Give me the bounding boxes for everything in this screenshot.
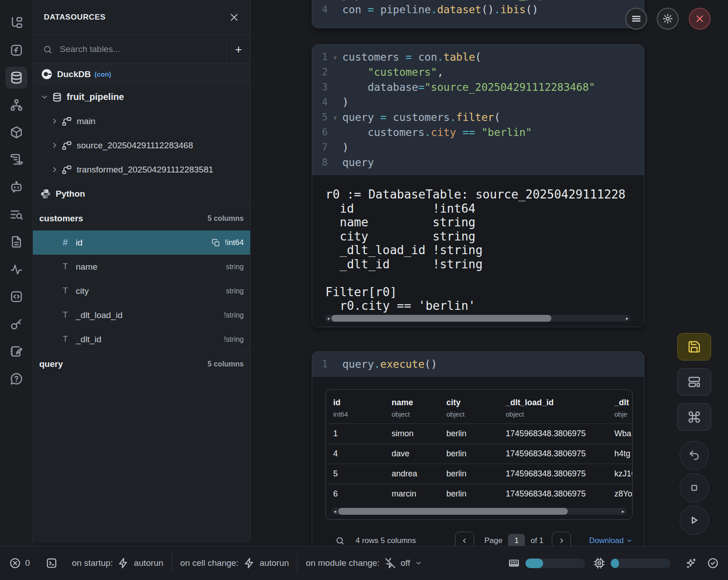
terminal-icon[interactable] xyxy=(46,557,58,569)
duckdb-logo-icon xyxy=(41,68,52,80)
code-line[interactable]: 4) xyxy=(312,94,644,110)
row-column-summary: 4 rows 5 columns xyxy=(356,536,416,545)
scroll-left-arrow[interactable]: ◂ xyxy=(332,508,338,515)
column-header[interactable]: _dltobje xyxy=(607,398,632,418)
column-header[interactable]: idint64 xyxy=(326,398,384,418)
undo-button[interactable] xyxy=(680,441,709,470)
column-row-name[interactable]: Tnamestring xyxy=(33,255,250,279)
function-square-icon[interactable] xyxy=(5,39,27,61)
scrollbar-thumb[interactable] xyxy=(331,315,551,322)
on-cell-change-toggle[interactable]: on cell change: autorun xyxy=(180,557,289,569)
database-small-icon xyxy=(52,92,62,102)
connection-duckdb[interactable]: DuckDB (con) xyxy=(33,64,250,85)
code-line[interactable]: 6 customers.city == "berlin" xyxy=(312,125,644,140)
help-circle-icon[interactable] xyxy=(5,368,27,390)
text-type-icon: T xyxy=(60,286,70,296)
key-icon[interactable] xyxy=(5,313,27,335)
python-logo-icon xyxy=(40,188,51,199)
file-tree-icon[interactable] xyxy=(5,12,27,34)
column-row-id[interactable]: #id!int64 xyxy=(33,230,250,255)
code-editor[interactable]: 1∨customers = con.table(2 "customers",3 … xyxy=(312,45,644,175)
tree-schema-transformed[interactable]: transformed_202504291112283581 xyxy=(33,157,250,182)
tree-schema-main[interactable]: main xyxy=(33,109,250,133)
bot-icon[interactable] xyxy=(5,176,27,198)
activity-rail xyxy=(0,0,33,546)
code-line[interactable]: 3 database="source_202504291112283468" xyxy=(312,79,644,94)
tree-schema-source[interactable]: source_202504291112283468 xyxy=(33,133,250,157)
scroll-left-arrow[interactable]: ◂ xyxy=(325,315,331,322)
code-line[interactable]: 8query xyxy=(312,155,644,170)
code-cell-2[interactable]: 1∨customers = con.table(2 "customers",3 … xyxy=(312,44,644,327)
code-cell-3[interactable]: 1query.execute() idint64nameobjectcityob… xyxy=(312,351,644,569)
errors-icon[interactable] xyxy=(9,557,21,569)
horizontal-scrollbar[interactable]: ◂ ▸ xyxy=(325,315,630,322)
code-square-icon[interactable] xyxy=(5,286,27,308)
add-datasource-button[interactable]: + xyxy=(226,35,250,63)
code-line[interactable]: 7) xyxy=(312,140,644,155)
connection-badge: (con) xyxy=(94,70,111,78)
column-header[interactable]: nameobject xyxy=(384,398,439,418)
table-column-count: 5 columns xyxy=(208,214,244,223)
column-row-city[interactable]: Tcitystring xyxy=(33,279,250,303)
file-text-icon[interactable] xyxy=(5,231,27,253)
on-startup-value: autorun xyxy=(134,558,163,568)
table-row[interactable]: 1simonberlin1745968348.3806975Wba xyxy=(326,423,632,444)
command-palette-button[interactable] xyxy=(677,403,711,431)
list-search-icon[interactable] xyxy=(5,204,27,225)
horizontal-scrollbar[interactable]: ◂ ▸ xyxy=(332,508,626,515)
connection-name: DuckDB xyxy=(57,69,91,79)
table-row[interactable]: 4daveberlin1745968348.3806975h4tg xyxy=(326,444,632,464)
table-row[interactable]: 5andreaberlin1745968348.3806975kzJ1C xyxy=(326,464,632,484)
on-startup-toggle[interactable]: on startup: autorun xyxy=(72,557,163,569)
sparkles-icon[interactable] xyxy=(685,557,697,569)
download-link[interactable]: Download xyxy=(589,536,633,545)
scroll-right-arrow[interactable]: ▸ xyxy=(620,508,626,515)
settings-button[interactable] xyxy=(657,8,679,30)
app-window: DATASOURCES + DuckDB (con) fruit_pipelin… xyxy=(0,0,728,580)
cell-menu-button[interactable] xyxy=(625,8,647,30)
stop-button[interactable] xyxy=(680,473,709,502)
scrollbar-thumb[interactable] xyxy=(338,508,568,515)
scroll-icon[interactable] xyxy=(5,149,27,171)
shutdown-button[interactable] xyxy=(689,8,711,30)
table-header-query[interactable]: query 5 columns xyxy=(33,351,250,376)
save-button[interactable] xyxy=(677,333,711,361)
cpu-usage-meter xyxy=(611,559,670,568)
layout-button[interactable] xyxy=(677,368,711,396)
column-name: name xyxy=(76,262,98,272)
cpu-icon xyxy=(593,557,605,569)
chevron-right-icon xyxy=(51,118,58,125)
python-section[interactable]: Python xyxy=(33,182,250,206)
code-cell-1[interactable]: 3pipeline = dlt.attach("fruit_pipeline")… xyxy=(312,0,644,28)
code-line[interactable]: 1query.execute() xyxy=(312,356,644,371)
scroll-right-arrow[interactable]: ▸ xyxy=(624,315,630,322)
column-header[interactable]: _dlt_load_idobject xyxy=(498,398,607,418)
code-line[interactable]: 4con = pipeline.dataset().ibis() xyxy=(312,2,644,17)
database-icon[interactable] xyxy=(5,67,27,89)
table-header-customers[interactable]: customers 5 columns xyxy=(33,206,250,230)
box-icon[interactable] xyxy=(5,121,27,143)
table-search-icon[interactable] xyxy=(335,536,345,545)
code-line[interactable]: 1∨customers = con.table( xyxy=(312,49,644,64)
copy-icon[interactable] xyxy=(212,239,220,247)
column-row-_dlt_load_id[interactable]: T_dlt_load_id!string xyxy=(33,303,250,327)
panel-title: DATASOURCES xyxy=(44,13,105,22)
code-line[interactable]: 2 "customers", xyxy=(312,64,644,79)
column-row-_dlt_id[interactable]: T_dlt_id!string xyxy=(33,327,250,351)
table-row[interactable]: 6marcinberlin1745968348.3806975z8Yo xyxy=(326,484,632,504)
close-panel-icon[interactable] xyxy=(229,12,239,22)
workflow-icon[interactable] xyxy=(5,94,27,116)
search-tables-input[interactable] xyxy=(60,44,226,54)
connected-check-icon[interactable] xyxy=(707,557,719,569)
code-editor[interactable]: 3pipeline = dlt.attach("fruit_pipeline")… xyxy=(312,0,644,28)
tree-schema-label: source_202504291112283468 xyxy=(77,141,193,151)
table-column-count: 5 columns xyxy=(208,360,244,368)
notebook-pen-icon[interactable] xyxy=(5,340,27,362)
activity-icon[interactable] xyxy=(5,258,27,280)
code-line[interactable]: 5∨query = customers.filter( xyxy=(312,110,644,125)
column-header[interactable]: cityobject xyxy=(439,398,498,418)
run-button[interactable] xyxy=(680,506,709,535)
code-editor[interactable]: 1query.execute() xyxy=(312,352,644,377)
on-module-change-toggle[interactable]: on module change: off xyxy=(306,557,422,569)
tree-database-fruit-pipeline[interactable]: fruit_pipeline xyxy=(33,85,250,109)
